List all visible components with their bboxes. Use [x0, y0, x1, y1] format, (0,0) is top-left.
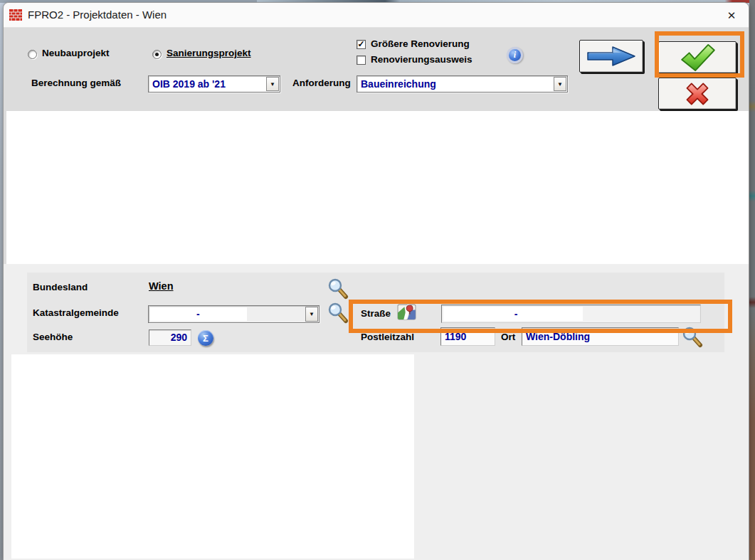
- ort-label: Ort: [501, 332, 515, 342]
- info-icon[interactable]: i: [507, 47, 523, 63]
- strasse-label: Straße: [361, 308, 391, 319]
- postleitzahl-value: 1190: [445, 331, 466, 342]
- seehoehe-label: Seehöhe: [33, 332, 73, 342]
- bundesland-label: Bundesland: [33, 282, 88, 292]
- cancel-button[interactable]: [658, 78, 736, 110]
- anforderung-label: Anforderung: [292, 78, 351, 88]
- katastralgemeinde-dropdown-arrow-icon[interactable]: ▼: [305, 307, 318, 322]
- strasse-value: -: [514, 308, 518, 319]
- next-button[interactable]: [579, 40, 643, 73]
- window-title: FPRO2 - Projektdaten - Wien: [28, 9, 167, 21]
- ort-search-icon[interactable]: [682, 327, 703, 348]
- green-check-icon: [677, 43, 717, 72]
- postleitzahl-input[interactable]: 1190: [440, 327, 495, 346]
- anforderung-select[interactable]: Baueinreichung ▼: [357, 75, 568, 93]
- radio-sanierungsprojekt-label[interactable]: Sanierungsprojekt: [167, 48, 251, 58]
- ort-value: Wien-Döbling: [526, 331, 590, 342]
- desktop-background-right: [749, 0, 755, 560]
- ok-button[interactable]: [658, 41, 736, 73]
- checkmark-icon: ✓: [357, 39, 364, 49]
- berechnung-dropdown-arrow-icon[interactable]: ▼: [266, 77, 279, 91]
- projektdaten-dialog: FPRO2 - Projektdaten - Wien ✕ Neubauproj…: [3, 2, 749, 560]
- sigma-calc-icon[interactable]: Σ: [198, 330, 213, 346]
- red-x-icon: [682, 80, 713, 108]
- berechnung-value: OIB 2019 ab '21: [152, 78, 226, 90]
- anforderung-dropdown-arrow-icon[interactable]: ▼: [554, 77, 566, 91]
- checkbox-renovierungsausweis[interactable]: [357, 56, 366, 65]
- berechnung-select[interactable]: OIB 2019 ab '21 ▼: [148, 75, 280, 93]
- close-icon[interactable]: ✕: [723, 7, 740, 24]
- bundesland-search-icon[interactable]: [327, 278, 349, 300]
- checkbox-groessere-renovierung[interactable]: ✓: [357, 40, 366, 49]
- radio-neubauprojekt[interactable]: [28, 50, 37, 59]
- bundesland-value[interactable]: Wien: [149, 280, 174, 292]
- location-section: Bundesland Wien Katastralgemeinde - ▼ Se…: [4, 264, 749, 354]
- app-brick-icon: [9, 9, 22, 21]
- katastralgemeinde-value: -: [196, 308, 200, 319]
- map-pin-icon[interactable]: [397, 302, 416, 322]
- bottom-left-panel: [11, 354, 414, 559]
- header-section: Neubauprojekt Sanierungsprojekt ✓ Größer…: [4, 28, 749, 111]
- checkbox-groessere-renovierung-label[interactable]: Größere Renovierung: [371, 38, 470, 49]
- katastralgemeinde-label: Katastralgemeinde: [33, 307, 119, 318]
- radio-neubauprojekt-label[interactable]: Neubauprojekt: [42, 48, 110, 58]
- katastralgemeinde-select[interactable]: - ▼: [148, 305, 320, 323]
- bottom-section: [4, 354, 749, 560]
- radio-sanierungsprojekt[interactable]: [152, 50, 162, 59]
- content-panel: [6, 111, 749, 264]
- ort-input[interactable]: Wien-Döbling: [522, 327, 679, 346]
- checkbox-renovierungsausweis-label[interactable]: Renovierungsausweis: [371, 54, 472, 65]
- blue-arrow-icon: [586, 45, 637, 68]
- berechnung-label: Berechnung gemäß: [31, 78, 121, 88]
- postleitzahl-label: Postleitzahl: [361, 332, 414, 342]
- strasse-input[interactable]: -: [441, 305, 701, 323]
- katastralgemeinde-search-icon[interactable]: [327, 302, 349, 324]
- anforderung-value: Baueinreichung: [361, 78, 436, 90]
- seehoehe-input[interactable]: 290: [149, 329, 191, 346]
- seehoehe-value: 290: [171, 332, 187, 343]
- title-bar[interactable]: FPRO2 - Projektdaten - Wien ✕: [4, 3, 749, 28]
